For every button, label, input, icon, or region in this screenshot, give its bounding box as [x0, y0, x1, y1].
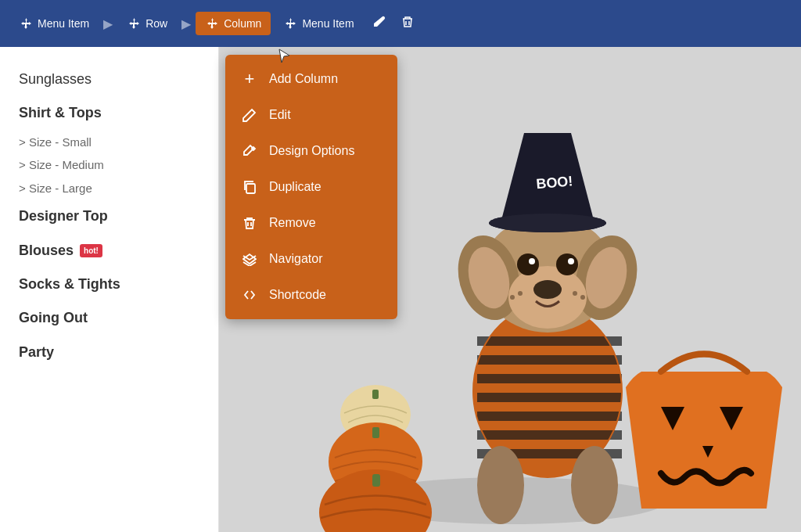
- sidebar-item-party[interactable]: Party: [19, 336, 199, 369]
- remove-label: Remove: [269, 216, 316, 230]
- sidebar-item-going-out[interactable]: Going Out: [19, 301, 199, 335]
- layers-icon: [241, 250, 258, 268]
- sidebar-item-sunglasses[interactable]: Sunglasses: [19, 63, 199, 96]
- svg-point-20: [477, 446, 524, 524]
- dropdown-edit[interactable]: Edit: [225, 97, 397, 133]
- toolbar: Menu Item ▶ Row ▶ Column Menu Item: [0, 0, 801, 47]
- shortcode-label: Shortcode: [269, 288, 326, 302]
- dropdown-menu: + Add Column Edit Design Options Duplica…: [225, 55, 397, 319]
- design-icon: [241, 142, 258, 160]
- move-icon-3: [205, 16, 219, 31]
- svg-rect-12: [477, 336, 622, 346]
- svg-point-33: [518, 291, 523, 296]
- sidebar-item-blouses[interactable]: Blouses hot!: [19, 234, 199, 268]
- sidebar-item-size-large[interactable]: > Size - Large: [19, 177, 199, 200]
- svg-point-36: [580, 295, 585, 300]
- svg-point-30: [529, 258, 535, 264]
- sidebar: Sunglasses Shirt & Tops > Size - Small >…: [0, 47, 219, 532]
- svg-rect-15: [477, 393, 622, 402]
- toolbar-menu-item-1[interactable]: Menu Item: [9, 12, 99, 35]
- svg-point-31: [568, 258, 574, 264]
- duplicate-label: Duplicate: [269, 180, 321, 194]
- main-area: Sunglasses Shirt & Tops > Size - Small >…: [0, 47, 801, 532]
- sidebar-item-designer-top[interactable]: Designer Top: [19, 200, 199, 233]
- svg-rect-13: [477, 355, 622, 365]
- svg-point-34: [510, 295, 515, 300]
- toolbar-column[interactable]: Column: [196, 12, 271, 35]
- move-icon-4: [283, 16, 297, 31]
- dropdown-shortcode[interactable]: Shortcode: [225, 277, 397, 313]
- add-column-label: Add Column: [269, 72, 338, 86]
- trash-icon: [241, 214, 258, 232]
- toolbar-menu-item-2[interactable]: Menu Item: [274, 12, 363, 35]
- hot-badge: hot!: [80, 244, 102, 257]
- svg-rect-40: [246, 184, 255, 193]
- code-icon: [241, 286, 258, 304]
- navigator-label: Navigator: [269, 252, 322, 266]
- svg-point-29: [556, 253, 578, 275]
- toolbar-menu-item-1-label: Menu Item: [38, 17, 89, 30]
- copy-icon: [241, 178, 258, 196]
- dropdown-add-column[interactable]: + Add Column: [225, 61, 397, 97]
- toolbar-row-label: Row: [145, 17, 167, 30]
- sidebar-item-size-small[interactable]: > Size - Small: [19, 131, 199, 154]
- dropdown-design-options[interactable]: Design Options: [225, 133, 397, 169]
- svg-rect-14: [477, 374, 622, 383]
- toolbar-menu-item-2-label: Menu Item: [302, 17, 354, 30]
- svg-point-35: [573, 291, 577, 296]
- toolbar-row[interactable]: Row: [117, 12, 177, 35]
- sidebar-item-shirt-tops[interactable]: Shirt & Tops: [19, 96, 199, 130]
- dropdown-duplicate[interactable]: Duplicate: [225, 169, 397, 205]
- toolbar-column-label: Column: [224, 17, 261, 30]
- toolbar-separator-1: ▶: [103, 16, 113, 31]
- svg-rect-17: [477, 430, 622, 440]
- sidebar-item-size-medium[interactable]: > Size - Medium: [19, 153, 199, 177]
- toolbar-separator-2: ▶: [181, 16, 191, 31]
- toolbar-edit-button[interactable]: [367, 11, 392, 36]
- svg-point-32: [533, 280, 562, 299]
- add-icon: +: [241, 70, 258, 88]
- svg-rect-7: [372, 474, 380, 487]
- svg-point-28: [517, 253, 539, 275]
- dropdown-remove[interactable]: Remove: [225, 205, 397, 241]
- svg-rect-16: [477, 412, 622, 421]
- dropdown-navigator[interactable]: Navigator: [225, 241, 397, 277]
- svg-text:BOO!: BOO!: [536, 173, 574, 192]
- svg-point-21: [571, 446, 618, 524]
- svg-rect-5: [372, 427, 379, 438]
- design-options-label: Design Options: [269, 144, 354, 158]
- sidebar-item-socks-tights[interactable]: Socks & Tights: [19, 268, 199, 301]
- move-icon-2: [127, 16, 141, 31]
- svg-rect-3: [372, 390, 379, 399]
- toolbar-delete-button[interactable]: [395, 11, 420, 36]
- svg-point-39: [489, 214, 606, 232]
- edit-label: Edit: [269, 108, 291, 122]
- move-icon-1: [19, 16, 33, 31]
- cursor-pointer: [278, 49, 291, 64]
- pencil-icon: [241, 106, 258, 124]
